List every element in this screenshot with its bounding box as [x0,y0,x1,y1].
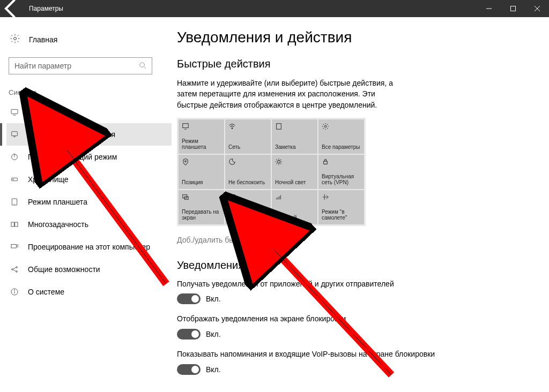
sidebar-item-storage[interactable]: Хранилище [6,168,172,191]
home-label: Главная [29,35,57,44]
qa-tile-tablet-mode[interactable]: Режим планшета [179,119,224,154]
window-title: Параметры [24,5,63,12]
svg-point-4 [14,37,17,40]
sidebar-item-label: Уведомления и действия [28,130,115,139]
svg-rect-34 [324,161,328,164]
svg-point-31 [324,125,327,127]
svg-line-6 [144,66,146,69]
qa-tile-cellular[interactable]: Сотовый [272,190,317,224]
svg-rect-16 [11,222,14,227]
tablet-icon [182,123,189,130]
svg-line-22 [13,268,16,269]
svg-point-5 [140,62,145,67]
info-icon [10,287,19,297]
toggle-state: Вкл. [206,365,221,374]
sidebar-item-label: Многозадачность [28,220,88,229]
svg-rect-27 [183,124,189,128]
gear-icon [10,33,20,46]
sidebar: Главная Найти параметр Система Экран Уве… [0,17,172,392]
qa-tile-location[interactable]: Позиция [179,155,224,189]
qa-tile-airplane[interactable]: Режим "в самолете" [318,190,364,224]
sidebar-item-label: Режим планшета [28,198,87,206]
titlebar: Параметры [0,0,549,17]
toggle-switch[interactable] [177,364,201,375]
sidebar-item-shared[interactable]: Общие возможности [6,258,172,281]
main-panel: Уведомления и действия Быстрые действия … [172,17,549,392]
svg-rect-37 [229,195,233,198]
sidebar-item-label: Хранилище [28,175,69,184]
back-button[interactable] [0,0,24,17]
minimize-button[interactable] [477,0,501,17]
quick-actions-grid: Режим планшета Сеть Заметка Все параметр… [177,118,366,226]
toggle-label: Показывать напоминания и входящие VoIP-в… [177,349,456,360]
page-title: Уведомления и действия [177,29,533,46]
monitor-icon [10,107,19,117]
toggle-row-apps: Получать уведомления от приложений и дру… [177,279,533,305]
toggle-state: Вкл. [206,295,221,303]
sidebar-item-label: Питание и спящий режим [28,153,117,161]
svg-point-26 [14,290,14,290]
maximize-button[interactable] [501,0,525,17]
quick-actions-description: Нажмите и удерживайте (или выберите) быс… [177,78,407,110]
qa-tile-vpn[interactable]: Виртуальная сеть (VPN) [318,155,364,189]
svg-rect-12 [12,178,18,180]
svg-point-21 [16,271,18,273]
svg-rect-7 [11,109,18,114]
wifi-icon [228,123,236,130]
svg-point-19 [12,269,13,270]
qa-tile-project[interactable]: Передавать на экран [179,190,224,224]
sidebar-item-label: О системе [28,288,64,296]
toggle-state: Вкл. [206,330,221,338]
project-icon [10,242,19,252]
sidebar-item-label: Проецирование на этот компьютер [28,243,150,251]
svg-line-23 [13,270,16,272]
svg-rect-17 [15,222,18,227]
home-nav[interactable]: Главная [6,29,172,50]
sidebar-group: Система [6,84,172,101]
sidebar-item-tablet[interactable]: Режим планшета [6,191,172,213]
svg-point-13 [13,179,13,179]
qa-tile-all-settings[interactable]: Все параметры [318,119,364,154]
sidebar-item-notifications[interactable]: Уведомления и действия [6,123,172,146]
qa-tile-network[interactable]: Сеть [225,119,271,154]
close-button[interactable] [525,0,549,17]
add-remove-link[interactable]: Доб./удалить быстрые действия [177,236,533,244]
vpn-icon [322,158,329,165]
sidebar-item-label: Экран [28,108,49,116]
sun-icon [275,158,283,165]
sidebar-item-multitask[interactable]: Многозадачность [6,213,172,236]
location-icon [182,158,189,165]
power-icon [10,152,19,162]
notifications-heading: Уведомления [177,259,533,272]
svg-rect-38 [234,195,235,200]
search-placeholder: Найти параметр [14,62,71,70]
sidebar-item-power[interactable]: Питание и спящий режим [6,146,172,168]
qa-tile-note[interactable]: Заметка [272,119,317,154]
svg-rect-1 [510,6,515,11]
toggle-switch[interactable] [177,293,201,304]
sidebar-item-label: Общие возможности [28,265,100,274]
note-icon [275,123,283,130]
share-icon [10,265,19,274]
connect-icon [228,193,236,201]
sidebar-item-projecting[interactable]: Проецирование на этот компьютер [6,236,172,258]
search-input[interactable]: Найти параметр [9,57,152,74]
search-icon [139,62,146,71]
toggle-switch[interactable] [177,329,201,340]
notification-icon [10,130,19,139]
cellular-icon [275,193,283,201]
airplane-icon [322,193,329,201]
svg-point-32 [185,161,187,162]
svg-point-29 [232,128,233,129]
qa-tile-night-light[interactable]: Ночной свет [272,155,317,189]
qa-tile-connect[interactable]: Соединиться [225,190,271,224]
svg-rect-30 [277,124,281,130]
toggle-label: Получать уведомления от приложений и дру… [177,279,456,290]
tablet-icon [10,197,19,207]
toggle-row-lockscreen: Отображать уведомления на экране блокиро… [177,314,533,340]
sidebar-item-about[interactable]: О системе [6,281,172,303]
qa-tile-dnd[interactable]: Не беспокоить [225,155,271,189]
gear-icon [322,123,329,130]
sidebar-item-display[interactable]: Экран [6,101,172,123]
toggle-row-voip: Показывать напоминания и входящие VoIP-в… [177,349,533,375]
